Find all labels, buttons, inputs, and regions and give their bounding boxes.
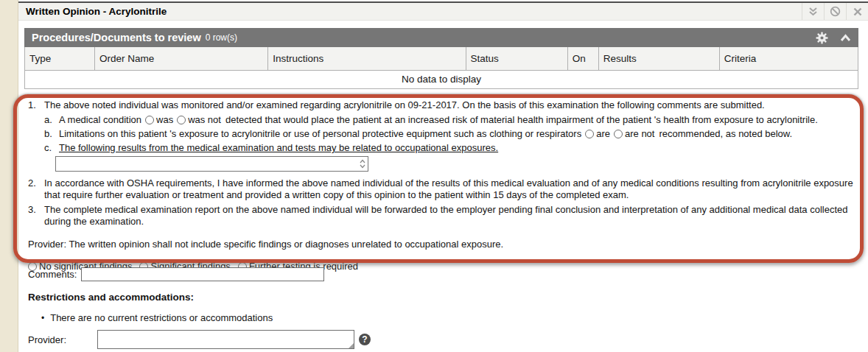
empty-data-row: No data to display [25, 71, 858, 89]
close-button[interactable] [846, 3, 868, 20]
radio-was-not-label[interactable]: was not [188, 114, 221, 125]
procedures-panel-header: Procedures/Documents to review 0 row(s) [24, 28, 858, 47]
column-header-type: Type [25, 47, 95, 71]
opinion-item-1c: c. The following results from the medica… [44, 142, 856, 175]
panel-actions [816, 32, 851, 44]
item-number: 1. [28, 99, 44, 111]
gear-icon [816, 32, 828, 44]
radio-are-label[interactable]: are [596, 128, 610, 139]
help-icon[interactable]: ? [359, 334, 371, 345]
provider-label: Provider: [28, 334, 97, 345]
table-header-row: Type Order Name Instructions Status On R… [25, 47, 858, 71]
item-text: The complete medical examination report … [44, 204, 856, 228]
opinion-item-1b: b. Limitations on this patient 's exposu… [44, 128, 856, 140]
radio-are-not-label[interactable]: are not [625, 128, 654, 139]
provider-note: Provider: The written opinion shall not … [28, 239, 856, 250]
item-number: 2. [28, 177, 44, 201]
item-text: The above noted individual was monitored… [44, 99, 856, 111]
opinion-item-1a: a. A medical conditionwaswas notdetected… [44, 114, 856, 126]
disable-button[interactable] [824, 3, 846, 20]
gear-button[interactable] [816, 32, 828, 44]
slashed-circle-icon [830, 6, 841, 17]
radio-was-not[interactable] [177, 116, 186, 124]
item-text: detected that would place the patient at… [225, 114, 818, 125]
procedures-table: Type Order Name Instructions Status On R… [24, 47, 858, 89]
resize-handle[interactable] [349, 343, 354, 348]
column-header-criteria: Criteria [719, 47, 858, 71]
radio-are[interactable] [585, 130, 594, 138]
panel-title: Procedures/Documents to review [32, 32, 201, 43]
column-header-order-name: Order Name [95, 47, 268, 71]
restrictions-heading: Restrictions and accommodations: [28, 292, 194, 303]
left-margin-strip [0, 0, 18, 352]
radio-are-not[interactable] [614, 130, 623, 138]
window-titlebar: Written Opinion - Acrylonitrile [18, 1, 868, 21]
collapse-panel-button[interactable] [840, 34, 851, 42]
radio-was-label[interactable]: was [156, 114, 173, 125]
caret-down-icon [360, 164, 365, 169]
no-data-message: No data to display [25, 71, 858, 89]
row-count: 0 row(s) [206, 32, 237, 43]
written-opinion-body: 1. The above noted individual was monito… [28, 99, 856, 272]
column-header-results: Results [598, 47, 719, 71]
radio-was[interactable] [145, 116, 154, 124]
exam-results-field-wrap [55, 156, 368, 172]
double-chevron-down-icon [808, 7, 818, 17]
provider-field-wrap [97, 330, 354, 349]
collapse-all-button[interactable] [802, 3, 824, 20]
item-text: The following results from the medical e… [59, 142, 498, 153]
provider-textarea[interactable] [97, 330, 354, 349]
chevron-up-icon [840, 34, 851, 42]
procedures-panel: Procedures/Documents to review 0 row(s) [24, 28, 858, 89]
column-header-status: Status [466, 47, 567, 71]
item-text: Limitations on this patient 's exposure … [59, 128, 581, 139]
item-letter: a. [44, 114, 59, 126]
column-header-instructions: Instructions [268, 47, 466, 71]
item-number: 3. [28, 204, 44, 228]
opinion-item-2: 2. In accordance with OSHA requirements,… [28, 177, 856, 201]
item-text: In accordance with OSHA requirements, I … [44, 177, 856, 201]
opinion-item-3: 3. The complete medical examination repo… [28, 204, 856, 228]
opinion-item-1: 1. The above noted individual was monito… [28, 99, 856, 111]
spinner-control[interactable] [358, 157, 366, 170]
column-header-on: On [567, 47, 598, 71]
restriction-text: There are no current restrictions or acc… [50, 312, 273, 323]
item-letter: b. [44, 128, 59, 140]
comments-label: Comments: [28, 269, 77, 280]
item-text: recommended, as noted below. [659, 128, 792, 139]
caret-up-icon [360, 159, 365, 163]
item-text: A medical condition [59, 114, 141, 125]
bullet-icon: • [41, 313, 44, 323]
exam-results-input[interactable] [55, 156, 368, 172]
provider-row: Provider: ? [28, 330, 371, 349]
titlebar-actions [802, 3, 868, 20]
close-icon [853, 7, 862, 16]
comments-row: Comments: [28, 267, 324, 281]
restrictions-list-item: •There are no current restrictions or ac… [41, 312, 273, 323]
opinion-item-1-sublist: a. A medical conditionwaswas notdetected… [44, 114, 856, 175]
page-title: Written Opinion - Acrylonitrile [18, 6, 167, 17]
comments-input[interactable] [81, 267, 324, 281]
